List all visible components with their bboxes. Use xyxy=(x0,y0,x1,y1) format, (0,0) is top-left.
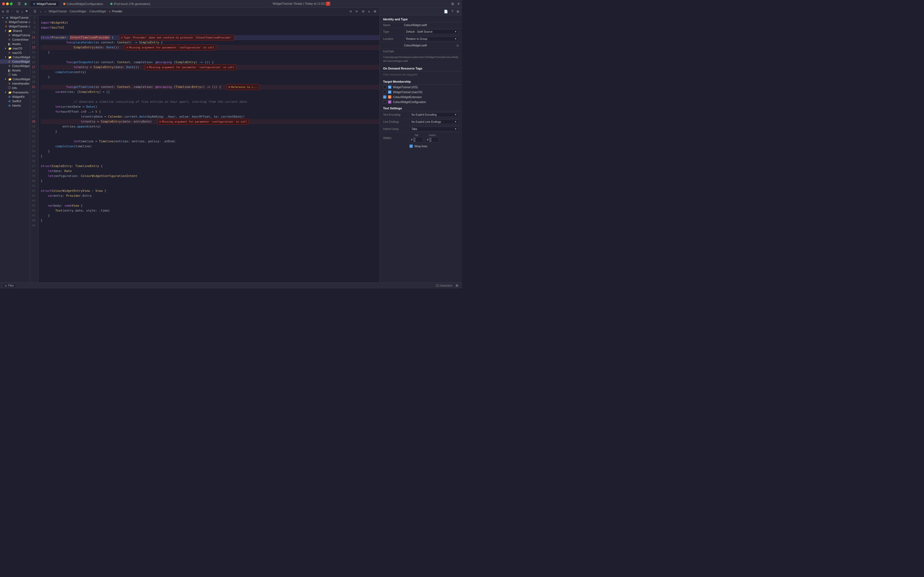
line-num-30: 30 xyxy=(30,129,37,134)
swift-file-icon: S xyxy=(5,25,8,28)
sidebar-tool-6[interactable]: ⚑ xyxy=(24,9,29,14)
code-content[interactable]: import WidgetKit import SwiftUI struct P… xyxy=(39,15,380,282)
sidebar-item-widgettutorial[interactable]: ▼ ◈ WidgetTutorial xyxy=(0,15,30,20)
sidebar-item-ios-info[interactable]: S WidgetTutorial--iOS--Info xyxy=(0,20,30,24)
error-text: Reference to i... xyxy=(231,85,258,90)
sidebar-toggle-button[interactable]: ☰ xyxy=(16,1,22,6)
breadcrumb-item-active[interactable]: S Provider xyxy=(109,10,123,13)
sidebar-tool-3[interactable]: ⋯ xyxy=(10,9,15,14)
indent-width-control[interactable]: 4 ▲ ▼ xyxy=(425,137,439,142)
code-line-29: entries.append(entry) xyxy=(41,124,380,129)
target-checkbox-cwconfig[interactable] xyxy=(383,100,386,103)
quick-help-button[interactable]: ⊕ xyxy=(456,9,460,14)
encoding-dropdown[interactable]: No Explicit Encoding ▼ xyxy=(409,112,459,117)
tab-width-increment[interactable]: ▲ xyxy=(413,138,416,140)
breadcrumb-item[interactable]: WidgetTutorial xyxy=(48,10,66,13)
editor-toolbar: ☰ ‹ › WidgetTutorial › ColourWidget › Co… xyxy=(30,8,380,15)
sidebar-item-macos-info[interactable]: S WidgetTutorial--macOS--Info xyxy=(0,24,30,29)
swift-file-icon: S xyxy=(5,20,8,24)
sidebar-item-contentview[interactable]: S ContentView xyxy=(0,37,30,42)
wrap-lines-checkbox[interactable] xyxy=(409,145,413,148)
code-editor[interactable]: 7 8 9 10 11 12 13 14 15 16 17 18 19 20 2… xyxy=(30,15,380,282)
sidebar-tool-2[interactable]: ⊟ xyxy=(5,9,10,14)
sidebar-item-macos-swift[interactable]: S macOS xyxy=(0,50,30,55)
sidebar-tool-5[interactable]: ⌂ xyxy=(20,9,24,14)
sidebar-item-shared[interactable]: ▼ 📁 Shared xyxy=(0,29,30,33)
sidebar-item-colourwidget-group[interactable]: ▼ 📁 ColourWidget xyxy=(0,55,30,60)
minimize-button[interactable] xyxy=(6,2,9,5)
chevron-down-icon: ▼ xyxy=(455,38,457,40)
sidebar-item-frameworks[interactable]: ▼ 📁 Frameworks xyxy=(0,90,30,95)
type-dropdown[interactable]: Default - Swift Source ▼ xyxy=(404,29,459,34)
stop-button[interactable]: 7 xyxy=(326,2,331,6)
code-line-13: SimpleEntry(date: Date()) ⊗ Missing argu… xyxy=(41,45,380,50)
error-annotation-21: ⊗ Reference to i... xyxy=(226,84,260,90)
swift-tab-label: ColourWidgetConfiguration xyxy=(67,2,103,5)
code-line-37: struct SimpleEntry: TimelineEntry { xyxy=(41,164,380,169)
help-button[interactable]: ? xyxy=(451,9,454,14)
sidebar-item-intenthandler[interactable]: S IntentHandler xyxy=(0,81,30,86)
chevron-down-icon: ▼ xyxy=(455,128,457,130)
sidebar-item-info-cwc[interactable]: ⓘ Info xyxy=(0,86,30,90)
code-line-47: } xyxy=(41,213,380,218)
chevron-down-icon: ▼ xyxy=(455,113,457,116)
tab-width-value: 4 xyxy=(411,138,412,141)
expand-panel-button[interactable]: ⊞ xyxy=(455,283,459,288)
tab-width-control[interactable]: 4 ▲ ▼ xyxy=(409,137,423,142)
sidebar-item-intents[interactable]: ⊗ Intents xyxy=(0,103,30,108)
error-nav-next[interactable]: ⊳ xyxy=(354,9,359,14)
sidebar-item-app[interactable]: S WidgetTutorialApp xyxy=(0,33,30,37)
sidebar-tool-4[interactable]: ◎ xyxy=(15,9,20,14)
target-checkbox-macos[interactable] xyxy=(383,90,386,94)
line-endings-dropdown[interactable]: No Explicit Line Endings ▼ xyxy=(409,119,459,124)
filter-button[interactable]: ⊘ Filter xyxy=(3,284,16,288)
add-tab-button[interactable]: + xyxy=(457,2,460,6)
sidebar-item-assets-shared[interactable]: ◧ Assets xyxy=(0,42,30,46)
sidebar-item-widgetkit[interactable]: ⊗ WidgetKit xyxy=(0,95,30,99)
target-name-ios: WidgetTutorial (iOS) xyxy=(393,86,418,89)
location-dropdown[interactable]: Relative to Group ▼ xyxy=(404,37,459,41)
nav-fwd-button[interactable]: › xyxy=(44,9,47,14)
file-inspector-button[interactable]: 📄 xyxy=(443,9,449,14)
sidebar-item-macos-group[interactable]: ▼ 📁 macOS xyxy=(0,46,30,50)
sidebar-label: IntentHandler xyxy=(12,82,29,85)
fullscreen-button[interactable] xyxy=(10,2,13,5)
nav-back-button[interactable]: ‹ xyxy=(39,9,42,14)
hide-sidebar-button[interactable]: ☰ xyxy=(32,9,37,14)
sidebar-label: ColourWidget xyxy=(12,60,30,63)
sidebar-item-colourwidget-swift[interactable]: S ColourWidget xyxy=(0,60,30,64)
line-num-33: 33 xyxy=(30,144,37,149)
code-fold-button[interactable]: ⊟ xyxy=(361,9,365,14)
indent-using-dropdown[interactable]: Tabs ▼ xyxy=(409,127,459,131)
tab-width-decrement[interactable]: ▼ xyxy=(413,140,416,142)
device-tab[interactable]: iPod touch (7th generation) xyxy=(108,2,153,6)
sidebar-item-swiftui[interactable]: ⊗ SwiftUI xyxy=(0,99,30,103)
reveal-in-finder-button[interactable]: ⊙ xyxy=(457,44,459,47)
indent-width-decrement[interactable]: ▼ xyxy=(429,140,432,142)
indent-width-value: 4 xyxy=(427,138,428,141)
right-panel-toolbar: 📄 ? ⊕ xyxy=(380,8,462,15)
sidebar-item-configuration-intent[interactable]: S ColourWidget...urationIntent xyxy=(0,64,30,68)
breadcrumb-item[interactable]: ColourWidget xyxy=(89,10,106,13)
line-num-21: 21 xyxy=(30,85,37,90)
sidebar-tool-1[interactable]: ⊞ xyxy=(1,10,5,13)
line-num-39: 39 xyxy=(30,174,37,179)
code-line-22: var entries: [SimpleEntry] = [] xyxy=(41,90,380,95)
sidebar-item-cwconfig-group[interactable]: ▼ 📁 ColourWidgetConfiguration xyxy=(0,77,30,81)
target-checkbox-ios[interactable] xyxy=(383,85,386,89)
breadcrumb-item[interactable]: ColourWidget xyxy=(69,10,86,13)
sidebar-item-assets-cw[interactable]: ◧ Assets xyxy=(0,68,30,73)
layout-toggle-button[interactable]: ⊞ xyxy=(450,2,455,6)
minimap-button[interactable]: ⊞ xyxy=(373,9,377,14)
target-name-cwext: ColourWidgetExtension xyxy=(393,96,422,98)
sidebar-item-info-cw[interactable]: ⓘ Info xyxy=(0,73,30,77)
view-options-button[interactable]: ≡ xyxy=(367,9,371,14)
tab-width-stepper: ▲ ▼ xyxy=(413,138,416,142)
play-button[interactable]: ▶ xyxy=(24,1,29,6)
swift-file-tab[interactable]: ColourWidgetConfiguration xyxy=(60,2,106,6)
project-title-tab[interactable]: ◈ WidgetTutorial xyxy=(30,1,59,6)
close-button[interactable] xyxy=(2,2,5,5)
target-checkbox-cwext[interactable] xyxy=(383,95,386,98)
error-nav-prev[interactable]: ⊲ xyxy=(348,9,353,14)
indent-width-increment[interactable]: ▲ xyxy=(429,138,432,140)
